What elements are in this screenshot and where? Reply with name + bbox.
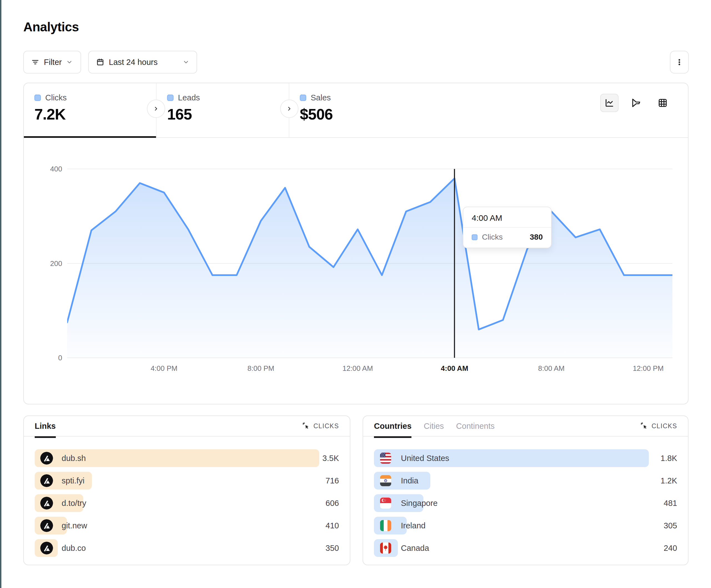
x-axis-tick-label: 4:00 PM bbox=[150, 364, 177, 373]
countries-sort-control[interactable]: CLICKS bbox=[641, 422, 677, 430]
y-axis-tick-label: 400 bbox=[43, 165, 62, 173]
row-click-count: 1.2K bbox=[661, 472, 677, 490]
cursor-click-icon bbox=[641, 422, 648, 430]
tab-leads[interactable]: Leads 165 bbox=[156, 83, 289, 137]
tab-countries-label: Countries bbox=[374, 422, 411, 430]
chevron-down-icon bbox=[66, 59, 73, 65]
row-label: Canada bbox=[401, 539, 429, 557]
countries-panel: Countries Cities Continents CLICKS Unite… bbox=[363, 415, 689, 565]
row-click-count: 1.8K bbox=[661, 449, 677, 467]
tab-countries[interactable]: Countries bbox=[374, 422, 411, 438]
tab-links[interactable]: Links bbox=[35, 422, 56, 438]
tab-clicks[interactable]: Clicks 7.2K bbox=[24, 83, 156, 137]
tab-leads-value: 165 bbox=[167, 106, 289, 123]
panel-active-underline bbox=[35, 436, 56, 438]
chevron-right-icon bbox=[153, 106, 159, 112]
row-label: United States bbox=[401, 449, 449, 467]
filter-button-label: Filter bbox=[44, 58, 62, 67]
tab-cities[interactable]: Cities bbox=[424, 422, 444, 438]
list-item[interactable]: spti.fyi716 bbox=[35, 472, 339, 490]
tooltip-time: 4:00 AM bbox=[464, 207, 551, 228]
tab-links-label: Links bbox=[35, 422, 56, 430]
filter-button[interactable]: Filter bbox=[23, 51, 81, 73]
left-edge-accent bbox=[0, 0, 1, 588]
list-item[interactable]: git.new410 bbox=[35, 517, 339, 535]
list-item[interactable]: India1.2K bbox=[374, 472, 677, 490]
row-label: d.to/try bbox=[62, 494, 86, 512]
leads-legend-swatch bbox=[167, 95, 173, 101]
active-tab-underline bbox=[24, 136, 156, 138]
countries-panel-header: Countries Cities Continents CLICKS bbox=[363, 416, 688, 436]
tab-sales[interactable]: Sales $506 bbox=[289, 83, 422, 137]
row-click-count: 3.5K bbox=[322, 449, 339, 467]
page-title: Analytics bbox=[23, 19, 79, 35]
row-label: git.new bbox=[62, 517, 87, 535]
clicks-time-series-chart[interactable]: 4:00 AM Clicks 380 02004004:00 PM8:00 PM… bbox=[67, 169, 672, 380]
row-click-count: 410 bbox=[326, 517, 339, 535]
x-axis-tick-label: 8:00 AM bbox=[538, 364, 564, 373]
flag-canada-icon bbox=[380, 543, 391, 553]
dub-logo-icon bbox=[40, 497, 53, 510]
table-grid-icon[interactable] bbox=[653, 94, 672, 112]
row-label: Ireland bbox=[401, 517, 426, 535]
expand-metric-button[interactable] bbox=[280, 99, 298, 118]
clicks-legend-swatch bbox=[35, 95, 41, 101]
tooltip-value: 380 bbox=[530, 233, 543, 242]
x-axis-tick-label: 12:00 PM bbox=[633, 364, 664, 373]
y-axis-tick-label: 200 bbox=[43, 259, 62, 268]
tooltip-clicks-swatch bbox=[472, 234, 477, 240]
tooltip-series-label: Clicks bbox=[482, 233, 525, 242]
sales-legend-swatch bbox=[300, 95, 306, 101]
date-range-button[interactable]: Last 24 hours bbox=[88, 51, 197, 73]
chevron-right-icon bbox=[286, 106, 292, 112]
row-click-count: 305 bbox=[664, 517, 677, 535]
chart-view-controls bbox=[600, 94, 672, 112]
list-item[interactable]: Singapore481 bbox=[374, 494, 677, 512]
links-panel: Links CLICKS dub.sh3.5Kspti.fyi716d.to/t… bbox=[23, 415, 350, 565]
flag-ireland-icon bbox=[380, 520, 391, 531]
area-chart bbox=[67, 169, 672, 358]
row-click-count: 716 bbox=[326, 472, 339, 490]
flag-india-icon bbox=[380, 475, 391, 486]
more-menu-button[interactable] bbox=[670, 51, 689, 73]
funnel-icon[interactable] bbox=[627, 94, 645, 112]
chart-hover-cursor-line bbox=[454, 169, 455, 358]
row-label: dub.co bbox=[62, 539, 86, 557]
analytics-page: Analytics Filter Last 24 hours Clicks bbox=[0, 0, 711, 588]
links-sort-control[interactable]: CLICKS bbox=[302, 422, 339, 430]
kebab-menu-icon bbox=[675, 58, 684, 66]
tab-clicks-label: Clicks bbox=[45, 93, 67, 103]
analytics-chart-card: Clicks 7.2K Leads 165 Sales $506 bbox=[23, 83, 689, 404]
dub-logo-icon bbox=[40, 542, 53, 555]
countries-rows: United States1.8KIndia1.2KSingapore481Ir… bbox=[374, 449, 677, 562]
list-item[interactable]: dub.co350 bbox=[35, 539, 339, 557]
row-label: spti.fyi bbox=[62, 472, 84, 490]
row-click-count: 606 bbox=[326, 494, 339, 512]
chevron-down-icon bbox=[183, 59, 189, 65]
calendar-icon bbox=[96, 58, 104, 66]
row-click-count: 350 bbox=[326, 539, 339, 557]
row-label: India bbox=[401, 472, 418, 490]
filter-lines-icon bbox=[31, 58, 39, 66]
flag-us-icon bbox=[380, 453, 391, 464]
date-range-label: Last 24 hours bbox=[109, 58, 178, 67]
links-rows: dub.sh3.5Kspti.fyi716d.to/try606git.new4… bbox=[35, 449, 339, 562]
row-label: dub.sh bbox=[62, 449, 86, 467]
tab-continents[interactable]: Continents bbox=[456, 422, 495, 438]
list-item[interactable]: Ireland305 bbox=[374, 517, 677, 535]
line-chart-icon[interactable] bbox=[600, 94, 619, 112]
tab-cities-label: Cities bbox=[424, 422, 444, 430]
x-axis-tick-label: 4:00 AM bbox=[441, 364, 468, 373]
row-label: Singapore bbox=[401, 494, 437, 512]
links-sort-label: CLICKS bbox=[314, 423, 339, 430]
expand-metric-button[interactable] bbox=[147, 99, 165, 118]
row-click-count: 481 bbox=[664, 494, 677, 512]
cursor-click-icon bbox=[302, 422, 310, 430]
list-item[interactable]: Canada240 bbox=[374, 539, 677, 557]
list-item[interactable]: United States1.8K bbox=[374, 449, 677, 467]
list-item[interactable]: d.to/try606 bbox=[35, 494, 339, 512]
dub-logo-icon bbox=[40, 452, 53, 465]
tab-clicks-value: 7.2K bbox=[35, 106, 156, 123]
row-click-count: 240 bbox=[664, 539, 677, 557]
list-item[interactable]: dub.sh3.5K bbox=[35, 449, 339, 467]
